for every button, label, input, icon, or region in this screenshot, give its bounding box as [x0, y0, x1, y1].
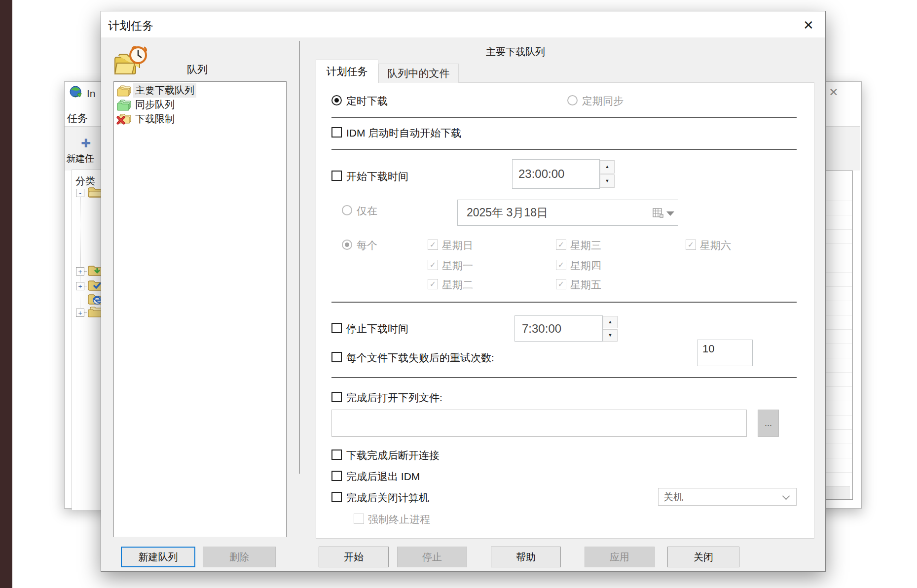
stop-time-field[interactable]: 7:30:00: [514, 315, 603, 342]
start-time-label[interactable]: 开始下载时间: [346, 170, 408, 183]
browse-button[interactable]: ...: [758, 410, 779, 437]
checkbox-start-time[interactable]: [331, 171, 342, 181]
exit-idm-label[interactable]: 完成后退出 IDM: [346, 470, 420, 484]
close-button[interactable]: 关闭: [667, 547, 739, 567]
menu-task[interactable]: 任务: [67, 111, 88, 125]
checkbox-saturday[interactable]: ✓: [686, 240, 696, 250]
stop-time-label[interactable]: 停止下载时间: [346, 322, 408, 336]
spin-down-button[interactable]: ▼: [600, 174, 615, 188]
weekday-label[interactable]: 星期一: [442, 259, 473, 273]
weekday-label[interactable]: 星期二: [442, 278, 473, 292]
queue-folders-yellow-icon: [116, 84, 131, 97]
retry-value: 10: [702, 343, 714, 355]
separator: [331, 149, 797, 150]
idm-logo-icon: [69, 85, 84, 100]
desktop-edge-strip: [0, 0, 12, 588]
tree-collapse-box[interactable]: -: [76, 189, 84, 197]
date-value: 2025年 3月18日: [467, 205, 548, 220]
every-label[interactable]: 每个: [357, 239, 377, 252]
new-queue-button[interactable]: 新建队列: [121, 547, 195, 567]
separator: [331, 302, 797, 303]
checkbox-tuesday[interactable]: ✓: [428, 279, 438, 289]
auto-start-label[interactable]: IDM 启动时自动开始下载: [346, 126, 461, 140]
checkbox-thursday[interactable]: ✓: [556, 260, 566, 270]
date-picker-field[interactable]: 2025年 3月18日: [457, 200, 678, 226]
checkbox-hangup[interactable]: [331, 450, 342, 460]
spin-up-button[interactable]: ▲: [600, 160, 615, 173]
separator: [331, 117, 797, 118]
queue-item-main[interactable]: 主要下载队列: [116, 83, 196, 98]
checkbox-shutdown[interactable]: [331, 492, 342, 502]
start-time-spinner: ▲ ▼: [600, 160, 615, 188]
tab-files-in-queue[interactable]: 队列中的文件: [378, 64, 459, 83]
stop-time-spinner: ▲ ▼: [603, 316, 618, 342]
checkbox-monday[interactable]: ✓: [428, 260, 438, 270]
new-task-label[interactable]: 新建任: [66, 152, 94, 165]
queues-header: 队列: [165, 63, 229, 76]
separator: [331, 377, 797, 378]
retry-label[interactable]: 每个文件下载失败后的重试次数:: [346, 351, 494, 365]
weekday-label[interactable]: 星期五: [570, 278, 601, 292]
radio-every[interactable]: [342, 240, 352, 250]
checkbox-friday[interactable]: ✓: [556, 279, 566, 289]
tree-connector-line: [80, 197, 81, 313]
screen: In ✕ 任务 ✚ 新建任 分类 - + +: [0, 0, 917, 588]
weekday-label[interactable]: 星期六: [700, 239, 731, 252]
spin-up-button[interactable]: ▲: [603, 316, 618, 328]
new-task-plus-icon[interactable]: ✚: [81, 137, 91, 150]
checkbox-retry[interactable]: [331, 352, 342, 362]
radio-timed-download[interactable]: [331, 95, 342, 105]
only-on-label[interactable]: 仅在: [357, 204, 377, 218]
radio-periodic-label[interactable]: 定期同步: [582, 94, 624, 108]
open-file-label[interactable]: 完成后打开下列文件:: [346, 391, 442, 405]
queue-folders-limit-icon: [116, 113, 131, 126]
radio-periodic-sync[interactable]: [567, 95, 578, 105]
scheduler-queues-icon: [111, 44, 150, 79]
idm-close-icon[interactable]: ✕: [825, 85, 842, 100]
spin-down-button[interactable]: ▼: [603, 329, 618, 342]
queue-item-label[interactable]: 同步队列: [133, 98, 177, 112]
start-time-field[interactable]: 23:00:00: [512, 159, 600, 189]
queue-item-limit[interactable]: 下载限制: [116, 112, 177, 126]
scheduler-dialog: 计划任务 ✕ 队列 主要下载队列: [101, 11, 826, 572]
weekday-label[interactable]: 星期四: [570, 259, 601, 273]
start-button[interactable]: 开始: [319, 547, 389, 567]
tree-expand-box[interactable]: +: [76, 309, 84, 317]
checkbox-force-kill: [354, 514, 364, 524]
shutdown-label[interactable]: 完成后关闭计算机: [346, 491, 429, 505]
date-dropdown-arrow-icon[interactable]: [666, 210, 675, 216]
idm-window-title: In: [87, 88, 96, 100]
queue-folders-green-icon: [116, 99, 131, 111]
delete-queue-button: 删除: [203, 547, 276, 567]
checkbox-auto-start[interactable]: [331, 127, 342, 138]
open-file-input[interactable]: [331, 410, 747, 437]
dialog-titlebar[interactable]: 计划任务 ✕: [101, 11, 825, 37]
stop-button: 停止: [397, 547, 467, 567]
hangup-label[interactable]: 下载完成后断开连接: [346, 449, 440, 462]
help-button[interactable]: 帮助: [491, 547, 561, 567]
checkbox-stop-time[interactable]: [331, 323, 342, 333]
shutdown-mode-value: 关机: [663, 490, 683, 504]
shutdown-mode-dropdown[interactable]: 关机: [658, 488, 797, 506]
checkbox-sunday[interactable]: ✓: [428, 240, 438, 250]
checkbox-wednesday[interactable]: ✓: [556, 240, 566, 250]
queue-list[interactable]: 主要下载队列 同步队列 下载限制: [113, 81, 287, 537]
force-kill-label: 强制终止进程: [368, 513, 430, 526]
checkbox-open-file[interactable]: [331, 392, 342, 402]
calendar-icon[interactable]: [652, 207, 664, 219]
queue-item-label[interactable]: 下载限制: [133, 112, 177, 126]
radio-only-on[interactable]: [342, 205, 352, 215]
selected-queue-header: 主要下载队列: [466, 45, 565, 59]
tab-schedule[interactable]: 计划任务: [316, 60, 378, 83]
checkbox-exit-idm[interactable]: [331, 471, 342, 481]
dialog-close-icon[interactable]: ✕: [799, 16, 818, 34]
queue-item-sync[interactable]: 同步队列: [116, 98, 177, 112]
panel-divider: [299, 41, 300, 474]
tree-expand-box[interactable]: +: [76, 267, 84, 276]
weekday-label[interactable]: 星期日: [442, 239, 473, 252]
weekday-label[interactable]: 星期三: [570, 239, 601, 252]
retry-count-field[interactable]: 10: [697, 340, 753, 366]
queue-item-label[interactable]: 主要下载队列: [133, 83, 196, 98]
tree-expand-box[interactable]: +: [76, 282, 84, 290]
radio-timed-label[interactable]: 定时下载: [346, 94, 388, 108]
